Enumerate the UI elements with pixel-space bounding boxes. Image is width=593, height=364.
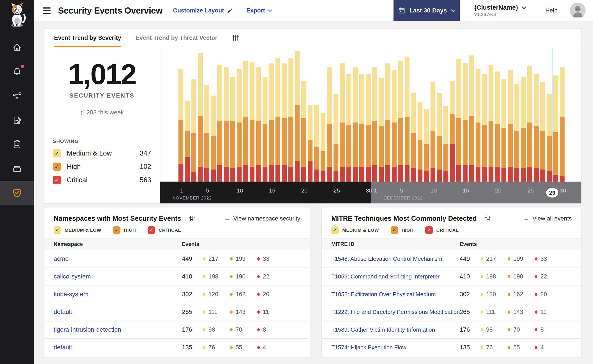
bell-icon — [12, 66, 22, 77]
export-button[interactable]: Export — [246, 7, 273, 14]
medium_low-checkbox[interactable]: ✓ — [331, 226, 339, 234]
high-segment — [185, 130, 190, 157]
row-name-link[interactable]: T1574: Hijack Execution Flow — [331, 344, 460, 351]
critical-segment — [327, 167, 332, 182]
tab-event-trend-by-severity[interactable]: Event Trend by Severity — [54, 29, 121, 47]
table-row: calico-system41019819022 — [44, 268, 310, 286]
namespaces-settings-sliders-icon[interactable] — [189, 215, 196, 222]
medium_low-count: 98 — [486, 326, 493, 333]
help-link[interactable]: Help — [545, 7, 558, 14]
cluster-selector[interactable]: {ClusterName} V1.26 AKS — [474, 4, 526, 17]
medium_low-checkbox[interactable]: ✓ — [53, 149, 61, 157]
menu-button[interactable] — [41, 6, 52, 15]
row-name-link[interactable]: T1052: Exfiltration Over Physical Medium — [331, 291, 460, 298]
critical-segment — [340, 167, 345, 182]
sidebar-item-compliance[interactable] — [0, 132, 34, 156]
critical-segment — [547, 171, 552, 182]
pencil-icon — [227, 8, 233, 13]
table-row: default13576554 — [44, 339, 310, 356]
high-segment — [443, 144, 448, 171]
medium_low-checkbox[interactable]: ✓ — [54, 226, 61, 234]
stacked-bar-day-dec-3 — [385, 64, 390, 182]
critical-checkbox[interactable]: ✓ — [53, 176, 61, 184]
row-name-link[interactable]: T1222: File and Directory Permissions Mo… — [331, 309, 460, 315]
chevron-down-icon — [268, 9, 272, 12]
stacked-bar-day-dec-19 — [489, 65, 493, 182]
table-row: T1574: Hijack Execution Flow13576554 — [322, 339, 581, 356]
stacked-bar-day-nov-24 — [327, 67, 332, 182]
delta-text: 203 this week — [86, 109, 124, 116]
critical-checkbox[interactable]: ✓ — [148, 226, 155, 234]
column-namespace: Namespace — [54, 241, 182, 247]
user-avatar[interactable] — [570, 3, 586, 18]
critical-segment — [553, 175, 558, 182]
row-name-link[interactable]: default — [54, 344, 182, 351]
high-segment — [301, 118, 306, 167]
high-count: 162 — [236, 291, 246, 298]
stacked-bar-day-dec-17 — [476, 69, 480, 182]
critical-segment — [469, 165, 474, 182]
stacked-bar-day-dec-26 — [534, 74, 539, 182]
mitre-settings-sliders-icon[interactable] — [485, 215, 491, 222]
axis-tick: 20 — [495, 187, 501, 194]
trend-settings-sliders-icon[interactable] — [232, 34, 239, 42]
row-name-link[interactable]: acme — [54, 255, 182, 262]
stacked-bar-day-dec-1 — [372, 67, 377, 182]
date-range-button[interactable]: Last 30 Days — [393, 0, 460, 21]
table-header-row: Namespace Events — [44, 238, 310, 250]
medium_low-segment — [431, 82, 435, 130]
report-edit-icon — [12, 115, 22, 125]
medium_low-segment — [482, 74, 487, 125]
view-namespace-security-link[interactable]: → View namespace security — [224, 215, 300, 222]
medium_low-segment — [476, 69, 480, 123]
high-segment — [489, 121, 493, 167]
customize-layout-link[interactable]: Customize Layout — [173, 7, 233, 14]
right-arrow-icon: → — [224, 215, 230, 222]
notification-dot — [20, 65, 24, 68]
high-segment — [333, 144, 338, 171]
high-checkbox[interactable]: ✓ — [113, 226, 120, 234]
sidebar-item-reports[interactable] — [0, 108, 34, 132]
filter-chip-high: ✓HIGH — [113, 226, 136, 234]
high-segment — [501, 128, 506, 168]
row-name-link[interactable]: kube-system — [54, 291, 182, 298]
sidebar-item-service-graph[interactable] — [0, 84, 34, 108]
row-name-link[interactable]: default — [54, 308, 182, 315]
medium_low-count: 217 — [208, 255, 218, 262]
month-label: DECEMBER 2022 — [383, 195, 423, 201]
high-count: 143 — [236, 309, 246, 315]
events-total: 449 — [182, 255, 203, 262]
critical-checkbox[interactable]: ✓ — [425, 226, 433, 234]
high-segment — [359, 124, 364, 167]
tab-event-trend-by-threat-vector[interactable]: Event Trend by Threat Vector — [136, 29, 217, 47]
critical-segment — [431, 168, 435, 182]
calico-cat-logo[interactable] — [7, 1, 28, 28]
high-segment — [320, 151, 325, 171]
sidebar-item-threat-defense[interactable] — [0, 181, 34, 205]
high-checkbox[interactable]: ✓ — [53, 162, 61, 171]
view-all-events-link[interactable]: → View all events — [523, 215, 572, 222]
stacked-bar-day-nov-30 — [366, 74, 371, 182]
row-name-link[interactable]: T1059: Command and Scripting Interpreter — [331, 273, 460, 280]
link-label: View namespace security — [233, 215, 300, 222]
row-name-link[interactable]: T1548: Abuse Elevation Control Mechanism — [331, 255, 460, 262]
high-dot-icon — [230, 328, 233, 332]
critical-count: 4 — [263, 344, 266, 351]
sidebar-item-workloads[interactable] — [0, 156, 34, 181]
medium_low-count: 76 — [208, 344, 215, 351]
filter-label: CRITICAL — [436, 228, 459, 233]
row-name-link[interactable]: calico-system — [54, 273, 182, 280]
sidebar-item-home[interactable] — [0, 35, 34, 59]
medium_low-dot-icon — [481, 293, 483, 296]
critical-segment — [418, 169, 422, 182]
critical-count: 22 — [540, 273, 547, 280]
critical-segment — [269, 165, 274, 182]
medium_low-segment — [411, 93, 416, 133]
row-name-link[interactable]: tigera-intrusion-detection — [54, 326, 182, 333]
row-name-link[interactable]: T1589: Gather Victim Identity Informatio… — [331, 326, 460, 333]
sidebar-item-alerts[interactable] — [0, 59, 34, 84]
medium_low-segment — [237, 69, 241, 123]
critical-segment — [301, 167, 306, 182]
high-checkbox[interactable]: ✓ — [391, 226, 398, 234]
critical-segment — [540, 169, 545, 182]
